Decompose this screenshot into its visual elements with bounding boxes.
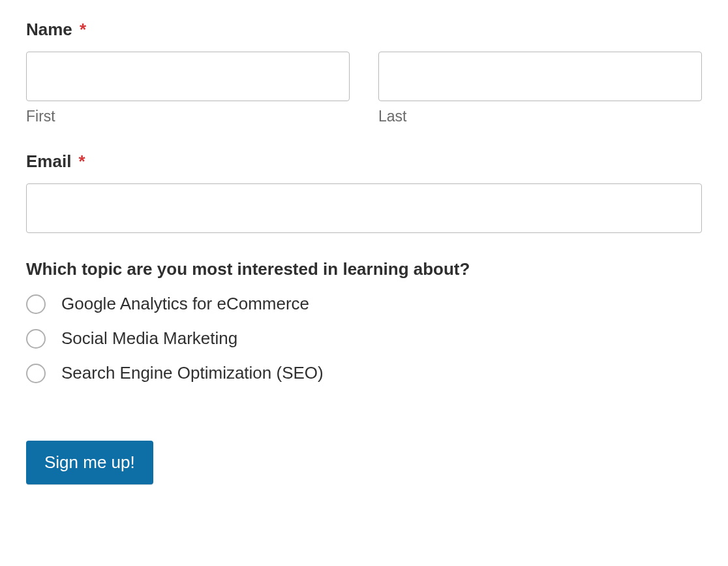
last-name-sublabel: Last xyxy=(378,108,702,125)
topic-radio-item-1[interactable]: Social Media Marketing xyxy=(26,328,702,349)
email-field-group: Email * xyxy=(26,151,702,233)
radio-circle-icon xyxy=(26,329,46,349)
topic-question: Which topic are you most interested in l… xyxy=(26,259,702,279)
topic-radio-item-2[interactable]: Search Engine Optimization (SEO) xyxy=(26,363,702,383)
topic-radio-item-0[interactable]: Google Analytics for eCommerce xyxy=(26,294,702,314)
email-label-text: Email xyxy=(26,151,71,171)
signup-form: Name * First Last Email * Which topic ar… xyxy=(26,20,702,484)
first-name-sublabel: First xyxy=(26,108,350,125)
email-required-asterisk: * xyxy=(79,151,85,171)
topic-option-label-1: Social Media Marketing xyxy=(61,328,237,349)
first-name-column: First xyxy=(26,52,350,125)
submit-button[interactable]: Sign me up! xyxy=(26,441,153,484)
last-name-column: Last xyxy=(378,52,702,125)
topic-option-label-0: Google Analytics for eCommerce xyxy=(61,294,309,314)
radio-circle-icon xyxy=(26,294,46,314)
name-input-row: First Last xyxy=(26,52,702,125)
first-name-input[interactable] xyxy=(26,52,350,101)
topic-option-label-2: Search Engine Optimization (SEO) xyxy=(61,363,324,383)
last-name-input[interactable] xyxy=(378,52,702,101)
name-label: Name * xyxy=(26,20,702,40)
topic-field-group: Which topic are you most interested in l… xyxy=(26,259,702,383)
name-field-group: Name * First Last xyxy=(26,20,702,125)
name-required-asterisk: * xyxy=(80,20,86,39)
email-input[interactable] xyxy=(26,183,702,233)
topic-radio-list: Google Analytics for eCommerce Social Me… xyxy=(26,294,702,383)
email-label: Email * xyxy=(26,151,702,172)
radio-circle-icon xyxy=(26,364,46,383)
name-label-text: Name xyxy=(26,20,72,39)
